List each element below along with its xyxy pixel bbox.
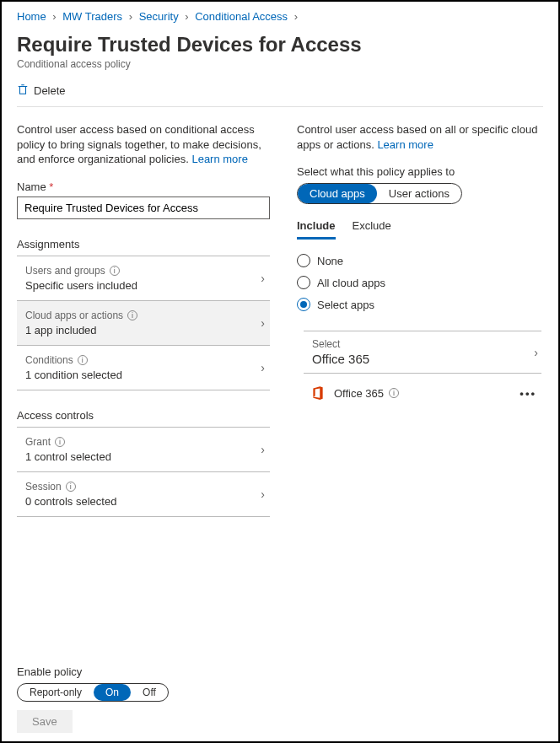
radio-none[interactable]: None [297, 250, 541, 272]
intro-left: Control user access based on conditional… [17, 122, 270, 167]
policy-name-input[interactable] [17, 197, 270, 219]
office365-icon [310, 385, 326, 401]
chevron-right-icon: › [261, 361, 265, 374]
breadcrumb-home[interactable]: Home [17, 10, 46, 23]
tab-include[interactable]: Include [297, 219, 336, 240]
row-cond-value: 1 condition selected [25, 369, 261, 381]
row-grant-value: 1 control selected [25, 450, 261, 463]
trash-icon [17, 83, 29, 98]
row-cloud-apps[interactable]: Cloud apps or actions i 1 app included › [17, 301, 270, 346]
breadcrumb-conditional-access[interactable]: Conditional Access [195, 10, 288, 23]
enable-policy-label: Enable policy [17, 665, 543, 678]
row-apps-value: 1 app included [25, 324, 261, 337]
chevron-right-icon: › [261, 272, 265, 285]
learn-more-left[interactable]: Learn more [191, 153, 247, 165]
info-icon[interactable]: i [110, 266, 120, 276]
row-cond-label: Conditions [25, 354, 73, 366]
radio-all-label: All cloud apps [317, 277, 385, 289]
svg-rect-0 [20, 87, 26, 94]
delete-button[interactable]: Delete [17, 83, 66, 98]
intro-right: Control user access based on all or spec… [297, 122, 541, 152]
row-grant[interactable]: Grant i 1 control selected › [17, 428, 270, 472]
page-subtitle: Conditional access policy [17, 58, 543, 70]
breadcrumb: Home › MW Traders › Security › Condition… [17, 8, 543, 28]
learn-more-right[interactable]: Learn more [377, 138, 433, 151]
applies-toggle: Cloud apps User actions [297, 183, 462, 204]
select-label: Select [312, 338, 369, 350]
radio-select-apps[interactable]: Select apps [297, 293, 541, 315]
row-grant-label: Grant [25, 436, 51, 448]
chevron-right-icon: › [534, 346, 538, 359]
selected-app-row: Office 365 i ••• [297, 374, 541, 406]
chevron-right-icon: › [181, 10, 191, 23]
page-title: Require Trusted Devices for Access [17, 33, 543, 57]
pill-cloud-apps[interactable]: Cloud apps [298, 184, 377, 203]
row-users-label: Users and groups [25, 265, 105, 277]
chevron-right-icon: › [261, 443, 265, 456]
select-value: Office 365 [312, 352, 369, 366]
toggle-off[interactable]: Off [131, 684, 168, 701]
delete-button-label: Delete [34, 84, 66, 97]
access-controls-header: Access controls [17, 409, 270, 428]
row-users-and-groups[interactable]: Users and groups i Specific users includ… [17, 256, 270, 301]
include-exclude-tabs: Include Exclude [297, 219, 541, 240]
select-apps-row[interactable]: Select Office 365 › [304, 331, 541, 374]
radio-icon [297, 254, 310, 267]
breadcrumb-mwtraders[interactable]: MW Traders [62, 10, 122, 23]
breadcrumb-security[interactable]: Security [139, 10, 179, 23]
row-apps-label: Cloud apps or actions [25, 310, 123, 321]
chevron-right-icon: › [291, 10, 301, 23]
info-icon[interactable]: i [66, 482, 76, 492]
chevron-right-icon: › [261, 316, 265, 330]
radio-select-label: Select apps [317, 299, 374, 311]
pill-user-actions[interactable]: User actions [377, 184, 461, 203]
applies-label: Select what this policy applies to [297, 165, 541, 178]
enable-policy-toggle: Report-only On Off [17, 683, 169, 702]
toggle-on[interactable]: On [94, 684, 131, 701]
name-label: Name * [17, 180, 270, 193]
required-indicator: * [49, 180, 53, 193]
app-more-menu[interactable]: ••• [520, 387, 536, 400]
chevron-right-icon: › [49, 10, 59, 23]
info-icon[interactable]: i [389, 388, 399, 398]
toolbar: Delete [17, 80, 543, 107]
scope-radio-group: None All cloud apps Select apps [297, 250, 541, 315]
toggle-report-only[interactable]: Report-only [18, 684, 94, 701]
assignments-header: Assignments [17, 238, 270, 256]
radio-all-cloud-apps[interactable]: All cloud apps [297, 272, 541, 293]
info-icon[interactable]: i [78, 355, 88, 365]
chevron-right-icon: › [126, 10, 136, 23]
radio-none-label: None [317, 255, 343, 267]
radio-icon [297, 298, 310, 311]
save-button[interactable]: Save [17, 710, 73, 733]
row-session-label: Session [25, 481, 62, 493]
tab-exclude[interactable]: Exclude [353, 219, 391, 240]
chevron-right-icon: › [261, 487, 265, 501]
app-name-label: Office 365 [334, 387, 384, 400]
row-session-value: 0 controls selected [25, 495, 261, 508]
row-users-value: Specific users included [25, 279, 261, 292]
info-icon[interactable]: i [55, 437, 65, 447]
radio-icon [297, 276, 310, 289]
info-icon[interactable]: i [127, 310, 137, 320]
row-conditions[interactable]: Conditions i 1 condition selected › [17, 346, 270, 390]
row-session[interactable]: Session i 0 controls selected › [17, 472, 270, 517]
